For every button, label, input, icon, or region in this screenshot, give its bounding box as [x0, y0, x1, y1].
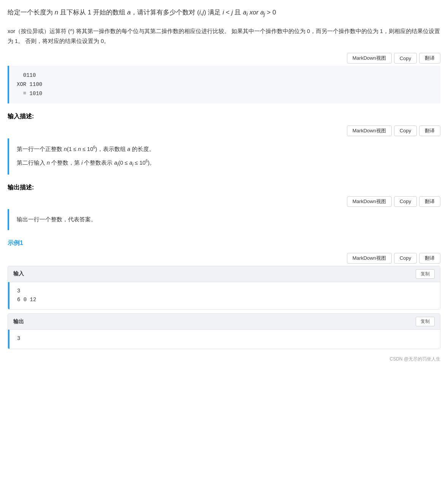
input-io-table: 输入 复制 3 6 0 12	[8, 266, 440, 310]
output-description-block: 输出一行一个整数，代表答案。	[8, 209, 440, 230]
markdown-btn-1[interactable]: MarkDown视图	[347, 53, 392, 64]
toolbar-3: MarkDown视图 Copy 翻译	[8, 196, 440, 207]
description-text: xor（按位异或）运算符 (^) 将其第一操作数的每个位与其第二操作数的相应位进…	[8, 26, 440, 46]
footer-watermark: CSDN @无尽的罚坐人生	[8, 355, 440, 363]
input-section-title: 输入描述:	[8, 111, 440, 121]
input-line-val-1: 3	[17, 287, 432, 296]
output-line-val-1: 3	[17, 334, 432, 343]
output-line-1: 输出一行一个整数，代表答案。	[17, 214, 433, 225]
input-line-2: 第二行输入 n 个整数，第 i 个整数表示 ai(0 ≤ ai ≤ 106)。	[17, 157, 433, 169]
problem-title: 给定一个长度为 n 且下标从 1 开始的数组 a，请计算有多少个数对 (i,j)…	[8, 7, 440, 19]
input-copy-btn[interactable]: 复制	[416, 269, 435, 279]
translate-btn-4[interactable]: 翻译	[419, 253, 440, 264]
translate-btn-3[interactable]: 翻译	[419, 196, 440, 207]
copy-btn-2[interactable]: Copy	[394, 125, 417, 136]
translate-btn-2[interactable]: 翻译	[419, 125, 440, 136]
output-io-header: 输出 复制	[8, 314, 440, 330]
markdown-btn-2[interactable]: MarkDown视图	[347, 125, 392, 136]
translate-btn-1[interactable]: 翻译	[419, 53, 440, 64]
output-io-content: 3	[8, 330, 440, 349]
input-io-content: 3 6 0 12	[8, 282, 440, 310]
xor-code-block: 0110 XOR 1100 = 1010	[8, 66, 440, 103]
markdown-btn-3[interactable]: MarkDown视图	[347, 196, 392, 207]
output-label: 输出	[13, 317, 24, 326]
input-line-val-2: 6 0 12	[17, 295, 432, 305]
output-io-table: 输出 复制 3	[8, 313, 440, 349]
output-section-title: 输出描述:	[8, 182, 440, 192]
copy-btn-3[interactable]: Copy	[394, 196, 417, 207]
input-io-header: 输入 复制	[8, 266, 440, 282]
input-line-1: 第一行一个正整数 n(1 ≤ n ≤ 106)，表示数组 a 的长度。	[17, 144, 433, 154]
toolbar-4: MarkDown视图 Copy 翻译	[8, 253, 440, 264]
copy-btn-1[interactable]: Copy	[394, 53, 417, 64]
output-copy-btn[interactable]: 复制	[416, 317, 435, 326]
copy-btn-4[interactable]: Copy	[394, 253, 417, 264]
example1-title: 示例1	[8, 238, 440, 248]
toolbar-2: MarkDown视图 Copy 翻译	[8, 125, 440, 136]
input-label: 输入	[13, 269, 24, 278]
input-description-block: 第一行一个正整数 n(1 ≤ n ≤ 106)，表示数组 a 的长度。 第二行输…	[8, 138, 440, 175]
toolbar-1: MarkDown视图 Copy 翻译	[8, 53, 440, 64]
markdown-btn-4[interactable]: MarkDown视图	[347, 253, 392, 264]
